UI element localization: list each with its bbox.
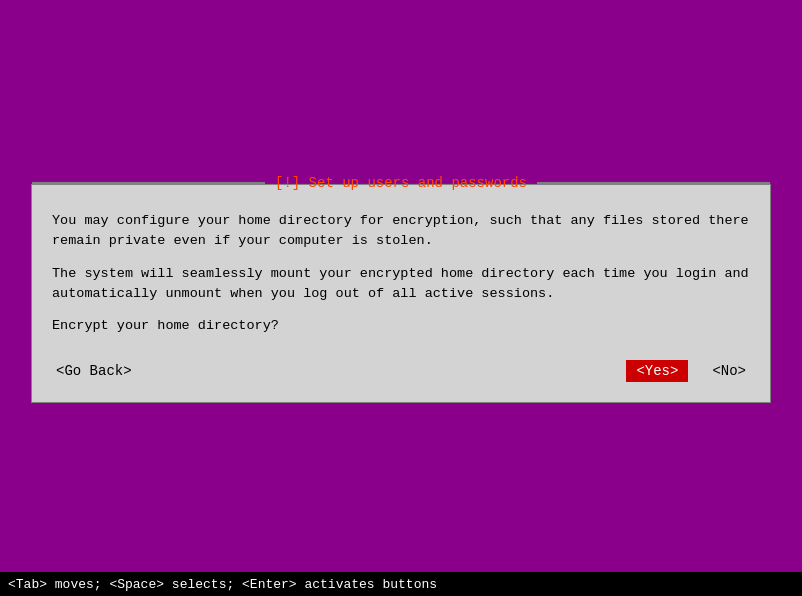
dialog-title: [!] Set up users and passwords xyxy=(271,175,531,191)
paragraph2: The system will seamlessly mount your en… xyxy=(52,263,750,304)
question: Encrypt your home directory? xyxy=(52,316,750,336)
dialog-buttons: <Go Back> <Yes> <No> xyxy=(52,360,750,382)
dialog: [!] Set up users and passwords You may c… xyxy=(31,184,771,403)
screen: [!] Set up users and passwords You may c… xyxy=(0,0,802,596)
status-bar: <Tab> moves; <Space> selects; <Enter> ac… xyxy=(0,572,802,596)
status-bar-text: <Tab> moves; <Space> selects; <Enter> ac… xyxy=(8,577,437,592)
no-button[interactable]: <No> xyxy=(712,363,746,379)
go-back-button[interactable]: <Go Back> xyxy=(56,363,132,379)
dialog-title-bar: [!] Set up users and passwords xyxy=(32,175,770,191)
dialog-content: You may configure your home directory fo… xyxy=(52,211,750,336)
title-line-right xyxy=(537,182,770,184)
dialog-wrapper: [!] Set up users and passwords You may c… xyxy=(31,184,771,403)
title-line-left xyxy=(32,182,265,184)
right-button-group: <Yes> <No> xyxy=(626,360,746,382)
paragraph1: You may configure your home directory fo… xyxy=(52,211,750,252)
yes-button[interactable]: <Yes> xyxy=(626,360,688,382)
